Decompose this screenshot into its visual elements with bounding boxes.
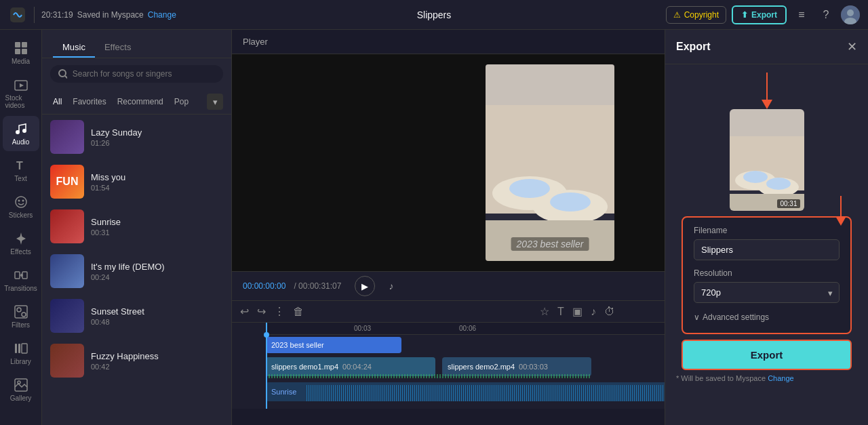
- footer-change-link[interactable]: Change: [768, 374, 794, 382]
- advanced-settings-toggle[interactable]: ∨ Advanced settings: [694, 310, 840, 325]
- sidebar-item-media-label: Media: [12, 58, 30, 65]
- ruler-mark-2: 00:06: [459, 325, 476, 332]
- app-logo[interactable]: [8, 5, 27, 24]
- playhead-indicator: [264, 332, 269, 338]
- video-clip-1[interactable]: slippers demo1.mp4 00:04:24: [266, 357, 435, 376]
- change-link-top[interactable]: Change: [148, 10, 176, 20]
- arrow-shaft-top: [766, 73, 768, 100]
- svg-rect-23: [22, 344, 27, 353]
- search-input[interactable]: [73, 69, 215, 79]
- text-clip[interactable]: 2023 best seller: [266, 337, 401, 353]
- list-item[interactable]: FUN Miss you 01:54: [42, 159, 231, 204]
- list-item[interactable]: Fuzzy Happiness 00:42: [42, 338, 231, 383]
- song-name-6: Fuzzy Happiness: [91, 351, 223, 361]
- export-close-button[interactable]: ✕: [847, 39, 857, 54]
- avatar[interactable]: [841, 5, 860, 24]
- resolution-select[interactable]: 360p 480p 720p 1080p 4K: [694, 282, 840, 303]
- sidebar-item-transitions[interactable]: Transitions: [3, 262, 39, 298]
- song-thumb-2: FUN: [50, 165, 84, 199]
- export-top-label: Export: [751, 10, 777, 20]
- search-box[interactable]: [50, 65, 223, 83]
- song-info-5: Sunset Street 00:48: [91, 306, 223, 326]
- audio-track-icon[interactable]: ♪: [591, 306, 596, 318]
- playhead: [266, 335, 267, 409]
- timer-button[interactable]: ⏱: [604, 306, 615, 318]
- song-info-1: Lazy Sunday 01:26: [91, 127, 223, 147]
- project-title: Slippers: [417, 9, 452, 20]
- song-thumb-4: [50, 254, 84, 288]
- filter-recommend[interactable]: Recommend: [115, 96, 166, 108]
- tab-music[interactable]: Music: [53, 38, 95, 58]
- sidebar-item-text[interactable]: T Text: [3, 153, 39, 188]
- timestamp: 20:31:19: [41, 10, 73, 20]
- text-track-button[interactable]: T: [557, 306, 564, 318]
- sidebar-item-library[interactable]: Library: [3, 336, 39, 371]
- split-button[interactable]: ⋮: [274, 305, 285, 318]
- sidebar-item-audio[interactable]: Audio: [3, 116, 39, 151]
- export-preview-section: 00:31: [665, 64, 868, 216]
- filter-pop[interactable]: Pop: [172, 96, 191, 108]
- tab-effects[interactable]: Effects: [95, 38, 141, 58]
- resolution-select-wrapper: 360p 480p 720p 1080p 4K: [694, 282, 840, 303]
- video-overlay-text: 2023 best seller: [511, 237, 589, 251]
- video-waveform: [266, 374, 591, 378]
- help-button[interactable]: ?: [816, 5, 835, 24]
- delete-button[interactable]: 🗑: [293, 306, 304, 318]
- list-item[interactable]: Lazy Sunday 01:26: [42, 115, 231, 159]
- svg-point-13: [16, 197, 26, 207]
- filename-input[interactable]: [694, 239, 840, 260]
- song-thumb-3: [50, 209, 84, 243]
- main-content: Media Stock videos Audio T Text Stickers…: [0, 30, 868, 425]
- svg-point-42: [766, 178, 791, 190]
- ruler-mark-1: 00:03: [354, 325, 371, 332]
- undo-button[interactable]: ↩: [240, 305, 249, 318]
- audio-clip-label: Sunrise: [271, 388, 296, 396]
- list-item[interactable]: Sunset Street 00:48: [42, 294, 231, 338]
- current-time: 00:00:00:00: [243, 281, 285, 291]
- export-form: Filename Resolution 360p 480p 720p 1080p…: [682, 216, 852, 334]
- svg-rect-7: [22, 49, 27, 54]
- song-thumb-5: [50, 299, 84, 333]
- sidebar-item-stickers[interactable]: Stickers: [3, 189, 39, 224]
- filter-more-button[interactable]: ▾: [207, 94, 223, 110]
- svg-rect-29: [486, 64, 614, 105]
- sidebar-item-stock-videos[interactable]: Stock videos: [3, 72, 39, 115]
- video-clip-2[interactable]: slippers demo2.mp4 00:03:03: [442, 357, 591, 376]
- upload-icon: ⬆: [741, 10, 748, 20]
- sidebar-item-media[interactable]: Media: [3, 35, 39, 70]
- save-label: Saved in Myspace: [77, 10, 144, 20]
- song-duration-5: 00:48: [91, 318, 223, 326]
- menu-button[interactable]: ≡: [792, 5, 811, 24]
- sidebar-item-library-label: Library: [10, 358, 31, 365]
- sidebar-item-gallery-label: Gallery: [10, 394, 32, 402]
- song-duration-6: 00:42: [91, 363, 223, 371]
- redo-button[interactable]: ↪: [257, 305, 266, 318]
- play-button[interactable]: ▶: [355, 276, 375, 296]
- song-name-1: Lazy Sunday: [91, 127, 223, 138]
- star-button[interactable]: ☆: [540, 305, 549, 318]
- video-track-icon[interactable]: ▣: [572, 305, 583, 318]
- chevron-down-icon: ∨: [694, 312, 700, 322]
- warning-icon: ⚠: [673, 10, 681, 20]
- export-button-top[interactable]: ⬆ Export: [732, 5, 787, 24]
- sidebar-item-gallery[interactable]: Gallery: [3, 372, 39, 407]
- svg-point-26: [59, 70, 66, 77]
- svg-rect-5: [22, 42, 27, 47]
- copyright-button[interactable]: ⚠ Copyright: [666, 6, 726, 24]
- filter-favorites[interactable]: Favorites: [70, 96, 108, 108]
- export-main-button[interactable]: Export: [682, 340, 852, 370]
- svg-point-33: [509, 179, 550, 198]
- song-name-4: It's my life (DEMO): [91, 262, 223, 272]
- export-preview-image: 00:31: [730, 109, 804, 211]
- sidebar-item-filters[interactable]: Filters: [3, 299, 39, 334]
- menu-icon: ≡: [798, 9, 804, 21]
- svg-point-25: [18, 381, 20, 384]
- svg-point-41: [743, 171, 768, 183]
- song-name-2: Miss you: [91, 172, 223, 182]
- export-footer: * Will be saved to Myspace Change: [665, 370, 868, 386]
- list-item[interactable]: It's my life (DEMO) 00:24: [42, 249, 231, 294]
- list-item[interactable]: Sunrise 00:31: [42, 204, 231, 249]
- filter-all[interactable]: All: [50, 96, 64, 108]
- sidebar-item-effects[interactable]: Effects: [3, 226, 39, 261]
- song-list: Lazy Sunday 01:26 FUN Miss you 01:54 Sun…: [42, 115, 231, 425]
